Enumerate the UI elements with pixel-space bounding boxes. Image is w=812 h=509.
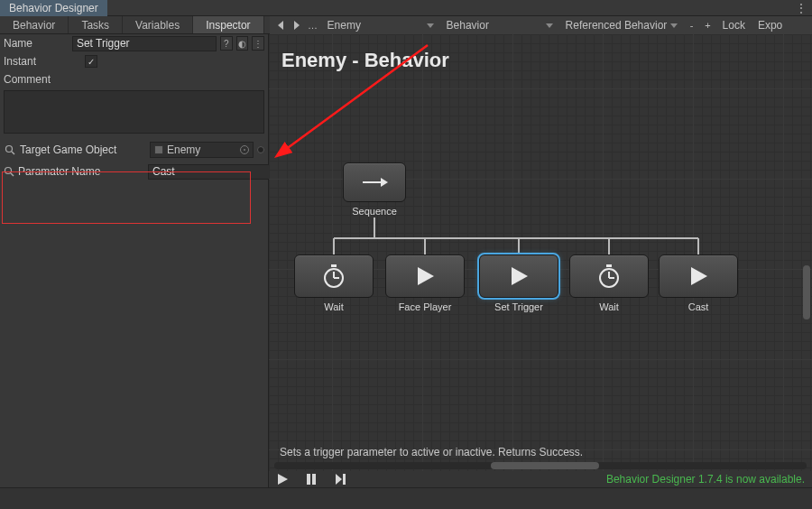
pause-button[interactable] xyxy=(305,473,318,486)
svg-rect-21 xyxy=(307,474,310,485)
parameter-name-label: Paramater Name xyxy=(18,165,144,178)
node-body xyxy=(659,255,738,298)
instant-label: Instant xyxy=(4,55,81,68)
stopwatch-icon xyxy=(322,264,346,288)
sequence-icon xyxy=(361,176,388,189)
gameobject-dropdown[interactable]: Enemy xyxy=(322,17,439,33)
caret-down-icon xyxy=(670,23,678,28)
scrollbar-thumb[interactable] xyxy=(491,462,599,469)
stopwatch-icon xyxy=(597,264,621,288)
svg-rect-22 xyxy=(312,474,316,485)
playback-controls: Behavior Designer 1.7.4 is now available… xyxy=(269,471,812,487)
svg-point-2 xyxy=(5,168,12,174)
object-picker-icon[interactable] xyxy=(240,145,249,154)
target-game-object-field[interactable]: Enemy xyxy=(150,142,254,158)
node-body xyxy=(343,162,406,202)
node-label: Set Trigger xyxy=(494,301,543,312)
tab-inspector[interactable]: Inspector xyxy=(193,16,263,33)
play-button[interactable] xyxy=(276,473,289,486)
gameobject-dropdown-label: Enemy xyxy=(328,19,361,32)
play-icon xyxy=(414,265,436,287)
behavior-dropdown[interactable]: Behavior xyxy=(441,17,558,33)
status-message[interactable]: Behavior Designer 1.7.4 is now available… xyxy=(606,473,805,486)
svg-line-1 xyxy=(12,152,14,154)
svg-line-3 xyxy=(11,173,14,176)
help-button[interactable]: ? xyxy=(220,36,233,51)
nav-more-icon[interactable]: … xyxy=(306,18,320,32)
comment-label: Comment xyxy=(4,73,81,86)
tab-tasks[interactable]: Tasks xyxy=(69,16,123,33)
color-button[interactable]: ◐ xyxy=(236,36,249,51)
search-icon[interactable] xyxy=(4,143,16,156)
window-titlebar: Behavior Designer ⋮ xyxy=(0,0,812,16)
nav-back-icon[interactable] xyxy=(273,18,288,32)
play-icon xyxy=(508,265,530,287)
editor-bottombar xyxy=(0,487,812,509)
window-tab[interactable]: Behavior Designer xyxy=(0,0,107,16)
svg-point-0 xyxy=(6,146,13,153)
name-input[interactable] xyxy=(72,36,217,51)
play-icon xyxy=(687,265,709,287)
node-label: Wait xyxy=(324,301,344,312)
caret-down-icon xyxy=(427,23,434,28)
node-label: Wait xyxy=(599,301,619,312)
caret-down-icon xyxy=(546,23,553,28)
referenced-behavior-label: Referenced Behavior xyxy=(566,19,668,32)
node-sequence[interactable]: Sequence xyxy=(343,162,406,217)
node-face-player[interactable]: Face Player xyxy=(385,255,465,312)
node-label: Cast xyxy=(688,301,709,312)
node-label: Sequence xyxy=(352,206,397,217)
minus-button[interactable]: - xyxy=(685,18,699,32)
inspector-panel: Name ? ◐ ⋮ Instant ✓ Comment Target Game… xyxy=(0,34,269,487)
export-button[interactable]: Expo xyxy=(752,19,788,32)
target-game-object-label: Target Game Object xyxy=(20,143,146,156)
nav-forward-icon[interactable] xyxy=(290,18,304,32)
target-game-object-value: Enemy xyxy=(167,143,200,156)
node-set-trigger[interactable]: Set Trigger xyxy=(479,255,558,312)
svg-rect-13 xyxy=(331,264,337,267)
task-description: Sets a trigger parameter to active or in… xyxy=(280,446,583,458)
scrollbar-thumb[interactable] xyxy=(803,265,810,319)
vertical-scrollbar[interactable] xyxy=(803,40,810,457)
node-body xyxy=(479,255,558,298)
node-body xyxy=(569,255,649,298)
gameobject-icon xyxy=(154,145,163,154)
lock-button[interactable]: Lock xyxy=(717,19,751,32)
window-menu-icon[interactable]: ⋮ xyxy=(794,2,808,14)
node-cast[interactable]: Cast xyxy=(659,255,738,312)
tab-variables[interactable]: Variables xyxy=(123,16,193,33)
panel-tabs-row: Behavior Tasks Variables Inspector … Ene… xyxy=(0,16,812,34)
node-wait-1[interactable]: Wait xyxy=(294,255,374,312)
graph-toolbar: … Enemy Behavior Referenced Behavior - +… xyxy=(270,16,812,34)
settings-button[interactable]: ⋮ xyxy=(252,36,264,51)
shared-variable-dot[interactable] xyxy=(257,146,264,153)
node-body xyxy=(385,255,465,298)
node-label: Face Player xyxy=(399,301,452,312)
comment-textarea[interactable] xyxy=(4,90,264,134)
behavior-graph[interactable]: Enemy - Behavior xyxy=(269,34,812,487)
referenced-behavior-dropdown[interactable]: Referenced Behavior xyxy=(560,17,683,33)
name-label: Name xyxy=(4,37,69,50)
instant-checkbox[interactable]: ✓ xyxy=(85,55,97,68)
step-button[interactable] xyxy=(334,473,346,486)
search-icon[interactable] xyxy=(4,165,14,178)
graph-title: Enemy - Behavior xyxy=(281,49,449,72)
svg-rect-17 xyxy=(606,264,612,267)
plus-button[interactable]: + xyxy=(701,18,715,32)
node-wait-2[interactable]: Wait xyxy=(569,255,649,312)
behavior-dropdown-label: Behavior xyxy=(447,19,489,32)
horizontal-scrollbar[interactable] xyxy=(274,462,807,469)
node-body xyxy=(294,255,374,298)
svg-rect-23 xyxy=(343,474,346,485)
tab-behavior[interactable]: Behavior xyxy=(0,16,69,33)
